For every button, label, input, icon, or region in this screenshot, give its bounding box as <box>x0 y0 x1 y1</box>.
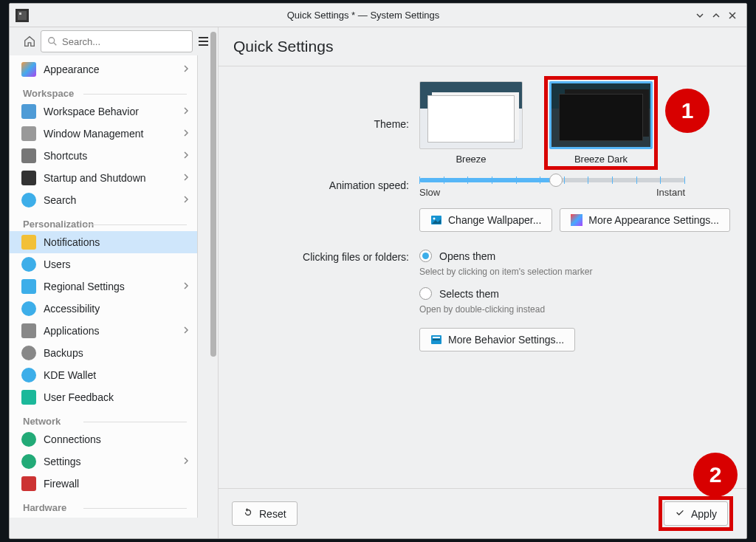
svg-point-4 <box>433 218 436 220</box>
maximize-button[interactable] <box>708 7 724 24</box>
sidebar-item-label: Accessibility <box>44 303 190 315</box>
sidebar-section-personalization: Personalization <box>10 211 197 231</box>
sidebar-item-startup-and-shutdown[interactable]: Startup and Shutdown <box>10 167 197 189</box>
firewall-icon <box>21 476 36 491</box>
sidebar-item-regional-settings[interactable]: Regional Settings <box>10 275 197 298</box>
sidebar-item-users[interactable]: Users <box>10 253 197 275</box>
animation-slider[interactable]: Slow Instant <box>419 175 732 198</box>
callout-box-1: Breeze Dark <box>544 76 658 170</box>
chevron-right-icon <box>182 128 190 139</box>
appearance-icon <box>21 62 36 77</box>
radio-selects-label: Selects them <box>439 288 499 300</box>
search-icon <box>21 193 36 207</box>
more-appearance-button[interactable]: More Appearance Settings... <box>560 208 730 232</box>
sidebar-item-user-feedback[interactable]: User Feedback <box>10 386 197 408</box>
sidebar-item-notifications[interactable]: Notifications <box>10 231 197 253</box>
radio-opens[interactable]: Opens them <box>419 247 732 265</box>
more-behavior-button[interactable]: More Behavior Settings... <box>419 328 575 351</box>
close-button[interactable] <box>724 7 740 24</box>
radio-opens-hint: Select by clicking on item's selection m… <box>419 265 732 284</box>
sidebar-section-network: Network <box>10 408 197 428</box>
sidebar-item-label: Startup and Shutdown <box>44 172 175 184</box>
workspace-icon <box>21 104 36 119</box>
scrollbar-thumb[interactable] <box>210 32 216 357</box>
sidebar-item-kde-wallet[interactable]: KDE Wallet <box>10 364 197 386</box>
callout-2: 2 <box>693 453 738 497</box>
sidebar-item-label: Window Management <box>44 128 175 140</box>
sidebar-item-label: Regional Settings <box>44 281 175 292</box>
window-icon <box>21 126 36 141</box>
apps-icon <box>21 323 36 338</box>
chevron-right-icon <box>182 456 190 467</box>
page-title: Quick Settings <box>233 38 732 55</box>
svg-rect-7 <box>433 337 440 338</box>
sidebar-item-label: Workspace Behavior <box>44 106 175 117</box>
window-title: Quick Settings * — System Settings <box>35 10 692 21</box>
sidebar-item-label: Firewall <box>44 478 190 490</box>
svg-rect-0 <box>18 11 27 20</box>
chevron-right-icon <box>182 281 190 292</box>
clicking-label: Clicking files or folders: <box>233 247 419 263</box>
slider-min-label: Slow <box>419 187 440 198</box>
theme-breeze-dark-label: Breeze Dark <box>549 154 653 165</box>
conn-icon <box>21 432 36 447</box>
change-wallpaper-button[interactable]: Change Wallpaper... <box>419 208 552 232</box>
radio-opens-input[interactable] <box>419 250 432 262</box>
svg-point-2 <box>49 38 55 44</box>
radio-selects-hint: Open by double-clicking instead <box>419 303 732 322</box>
sidebar-item-appearance[interactable]: Appearance <box>10 58 197 80</box>
page-header: Quick Settings <box>219 27 746 66</box>
wallet-icon <box>21 368 36 383</box>
users-icon <box>21 257 36 272</box>
slider-max-label: Instant <box>656 187 685 198</box>
sidebar-item-backups[interactable]: Backups <box>10 342 197 364</box>
sidebar-item-settings[interactable]: Settings <box>10 450 197 473</box>
sidebar-item-label: Shortcuts <box>44 150 175 162</box>
sidebar-item-accessibility[interactable]: Accessibility <box>10 298 197 320</box>
sidebar-item-label: Settings <box>44 456 175 467</box>
wallpaper-icon <box>430 214 442 226</box>
theme-breeze-dark-thumb[interactable] <box>549 81 653 149</box>
regional-icon <box>21 279 36 294</box>
slider-thumb[interactable] <box>549 174 563 187</box>
sidebar-section-workspace: Workspace <box>10 80 197 100</box>
theme-breeze-dark[interactable]: Breeze Dark <box>549 81 653 165</box>
svg-rect-8 <box>433 339 440 340</box>
svg-rect-1 <box>19 13 21 15</box>
radio-selects-input[interactable] <box>419 287 432 300</box>
chevron-right-icon <box>182 64 190 75</box>
sidebar-item-firewall[interactable]: Firewall <box>10 473 197 495</box>
radio-selects[interactable]: Selects them <box>419 284 732 303</box>
sidebar-item-connections[interactable]: Connections <box>10 428 197 450</box>
sidebar-item-label: Notifications <box>44 236 190 248</box>
search-field[interactable] <box>62 36 186 47</box>
startup-icon <box>21 171 36 185</box>
appearance-icon <box>571 214 583 226</box>
chevron-right-icon <box>182 173 190 183</box>
sidebar-item-search[interactable]: Search <box>10 189 197 211</box>
search-input[interactable] <box>41 30 193 52</box>
home-icon[interactable] <box>23 34 36 49</box>
sidebar-section-hardware: Hardware <box>10 495 197 515</box>
theme-breeze[interactable]: Breeze <box>419 81 523 165</box>
chevron-right-icon <box>182 326 190 336</box>
sidebar-item-window-management[interactable]: Window Management <box>10 123 197 145</box>
sidebar-item-shortcuts[interactable]: Shortcuts <box>10 145 197 167</box>
sidebar-scrollbar[interactable] <box>208 27 219 538</box>
reset-button[interactable]: Reset <box>232 501 298 526</box>
apply-button[interactable]: Apply <box>664 501 728 526</box>
sidebar-item-workspace-behavior[interactable]: Workspace Behavior <box>10 100 197 123</box>
theme-breeze-label: Breeze <box>419 154 523 165</box>
sidebar-item-label: Users <box>44 258 190 270</box>
sidebar-item-label: User Feedback <box>44 391 190 403</box>
titlebar: Quick Settings * — System Settings <box>10 4 746 27</box>
svg-rect-5 <box>571 214 583 226</box>
theme-breeze-thumb[interactable] <box>419 81 523 149</box>
radio-opens-label: Opens them <box>439 250 495 262</box>
minimize-button[interactable] <box>692 7 708 24</box>
callout-1: 1 <box>665 89 709 133</box>
check-icon <box>675 507 685 520</box>
backup-icon <box>21 346 36 360</box>
shortcut-icon <box>21 148 36 163</box>
sidebar-item-applications[interactable]: Applications <box>10 320 197 342</box>
